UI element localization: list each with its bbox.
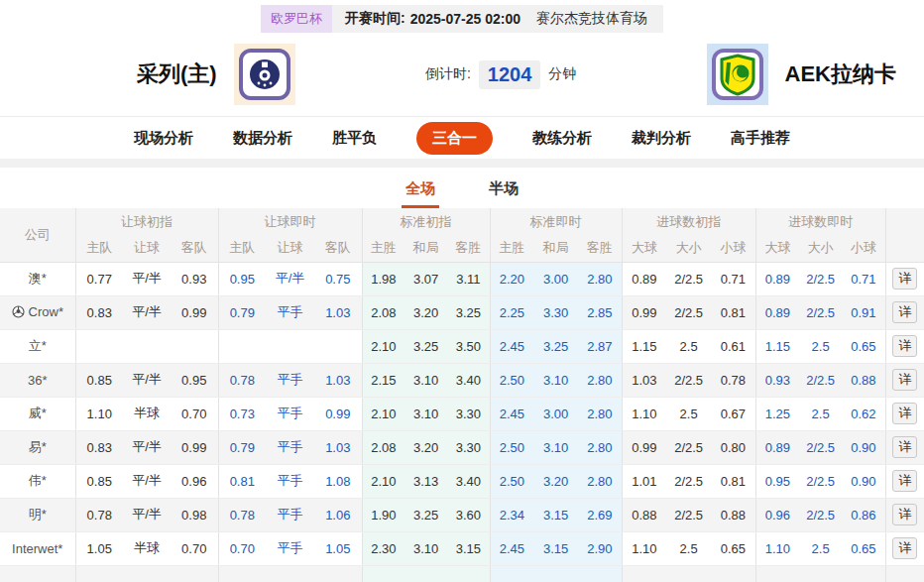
odds-cell: 0.83	[75, 295, 123, 329]
group-header: 标准初指	[362, 208, 490, 235]
odds-cell: 0.96	[171, 464, 218, 498]
odds-cell: 1.03	[622, 363, 666, 397]
odds-cell	[578, 565, 622, 582]
odds-cell: 2/2.5	[666, 430, 711, 464]
odds-cell: 1.98	[362, 262, 404, 295]
company-cell	[0, 565, 75, 582]
odds-cell: 0.93	[171, 262, 218, 295]
odds-cell: 1.08	[314, 464, 362, 498]
company-cell: 澳*	[0, 262, 75, 295]
match-info-bar: 欧罗巴杯 开赛时间: 2025-07-25 02:00 赛尔杰竞技体育场	[0, 0, 924, 33]
detail-button[interactable]: 详	[892, 301, 917, 323]
nav-tab[interactable]: 现场分析	[134, 129, 193, 148]
odds-cell: 2/2.5	[666, 262, 711, 295]
col-header: 和局	[404, 235, 447, 262]
odds-cell: 3.25	[533, 329, 578, 363]
odds-cell	[218, 565, 266, 582]
odds-cell: 2.08	[362, 295, 404, 329]
odds-table-header: 公司让球初指让球即时标准初指标准即时进球数初指进球数即时主队让球客队主队让球客队…	[0, 208, 924, 262]
odds-cell: 平手	[266, 363, 314, 397]
odds-cell: 2.80	[578, 363, 622, 397]
odds-cell: 0.71	[842, 262, 885, 295]
odds-cell: 0.70	[171, 531, 218, 565]
league-badge: 欧罗巴杯	[261, 5, 332, 33]
detail-cell: 详	[885, 262, 924, 295]
odds-cell: 2.5	[666, 397, 711, 430]
nav-tab[interactable]: 高手推荐	[731, 129, 790, 148]
nav-tab[interactable]: 三合一	[416, 122, 493, 155]
detail-cell: 详	[885, 430, 924, 464]
odds-cell: 0.71	[711, 262, 755, 295]
col-header: 主胜	[362, 235, 404, 262]
odds-cell: 3.25	[447, 295, 490, 329]
odds-cell: 平/半	[123, 363, 171, 397]
odds-cell: 平/半	[123, 464, 171, 498]
detail-button[interactable]: 详	[892, 504, 917, 525]
nav-tab[interactable]: 教练分析	[532, 129, 592, 148]
odds-cell: 2.5	[666, 329, 711, 363]
detail-button[interactable]: 详	[892, 369, 917, 391]
odds-cell: 2.85	[578, 295, 622, 329]
odds-cell	[218, 329, 266, 363]
odds-cell: 0.73	[218, 397, 266, 430]
odds-cell: 1.05	[314, 531, 362, 565]
nav-tab[interactable]: 数据分析	[233, 129, 292, 148]
odds-cell: 3.20	[404, 430, 447, 464]
odds-cell: 2/2.5	[799, 262, 842, 295]
odds-cell: 0.86	[842, 498, 885, 531]
col-header: 主队	[218, 235, 266, 262]
odds-cell: 3.15	[533, 498, 578, 531]
odds-cell: 0.79	[218, 295, 266, 329]
odds-cell: 3.15	[533, 531, 578, 565]
nav-tabs: 现场分析数据分析胜平负三合一教练分析裁判分析高手推荐	[0, 116, 924, 159]
detail-button[interactable]: 详	[892, 537, 917, 559]
odds-row: 伟*0.85平/半0.960.81平手1.082.103.133.402.503…	[0, 464, 924, 498]
nav-tab[interactable]: 胜平负	[332, 129, 377, 148]
odds-cell: 平/半	[266, 262, 314, 295]
odds-cell: 0.99	[314, 397, 362, 430]
odds-row: 易*0.83平/半0.990.79平手1.032.083.203.302.503…	[0, 430, 924, 464]
company-cell: Crow*	[0, 295, 75, 329]
odds-cell	[799, 565, 842, 582]
detail-button[interactable]: 详	[892, 470, 917, 492]
odds-cell: 1.15	[622, 329, 666, 363]
odds-cell: 0.85	[75, 464, 123, 498]
odds-cell: 2.10	[362, 329, 404, 363]
detail-cell: 详	[885, 464, 924, 498]
home-team-logo	[234, 44, 295, 105]
odds-cell: 3.50	[447, 329, 490, 363]
col-header: 让球	[123, 235, 171, 262]
soccer-ball-icon	[12, 305, 25, 321]
odds-cell: 3.30	[447, 397, 490, 430]
odds-cell: 平手	[266, 397, 314, 430]
home-team-name: 采列(主)	[137, 59, 217, 89]
odds-cell: 0.88	[622, 498, 666, 531]
odds-cell: 3.20	[533, 464, 578, 498]
odds-cell: 3.10	[533, 363, 578, 397]
detail-button[interactable]: 详	[892, 335, 917, 357]
odds-cell: 平/半	[123, 430, 171, 464]
detail-button[interactable]: 详	[892, 268, 917, 290]
company-cell: 明*	[0, 498, 75, 531]
odds-cell: 1.01	[622, 464, 666, 498]
odds-cell: 0.75	[314, 262, 362, 295]
odds-cell: 0.83	[75, 430, 123, 464]
detail-button[interactable]: 详	[892, 403, 917, 424]
odds-cell: 平/半	[123, 262, 171, 295]
odds-cell: 2.34	[490, 498, 533, 531]
nav-tab[interactable]: 裁判分析	[632, 129, 691, 148]
venue: 赛尔杰竞技体育场	[536, 10, 647, 28]
col-header: 和局	[533, 235, 578, 262]
col-header: 让球	[266, 235, 314, 262]
odds-cell: 2/2.5	[666, 295, 711, 329]
odds-cell: 2.25	[490, 295, 533, 329]
detail-button[interactable]: 详	[892, 436, 917, 458]
odds-cell: 3.30	[533, 295, 578, 329]
odds-cell: 平手	[266, 531, 314, 565]
odds-cell: 2.80	[578, 262, 622, 295]
detail-cell: 详	[885, 363, 924, 397]
sub-tab[interactable]: 半场	[485, 172, 522, 208]
odds-cell: 0.89	[755, 262, 799, 295]
sub-tab[interactable]: 全场	[402, 172, 439, 208]
company-cell: 易*	[0, 430, 75, 464]
